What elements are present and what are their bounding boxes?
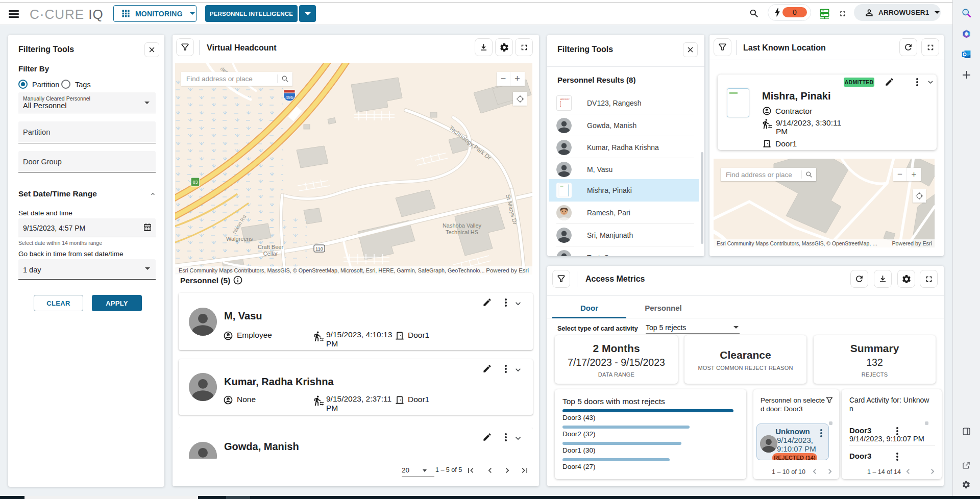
svg-text:ARROW DV: ARROW DV	[560, 98, 570, 100]
svg-text:110: 110	[315, 246, 323, 252]
svg-text:Powered by Esri: Powered by Esri	[486, 267, 529, 273]
svg-text:83: 83	[192, 180, 198, 185]
svg-text:Esri Community Maps Contributo: Esri Community Maps Contributors, MassGI…	[179, 267, 485, 273]
svg-text:Powered by Esri: Powered by Esri	[892, 240, 932, 246]
svg-text:Technical HS: Technical HS	[446, 229, 478, 235]
svg-text:Esri Community Maps Contributo: Esri Community Maps Contributors, MassGI…	[717, 241, 877, 246]
svg-text:495: 495	[285, 94, 293, 100]
svg-text:Cellar: Cellar	[263, 251, 278, 257]
svg-text:Walgreens: Walgreens	[226, 236, 253, 242]
svg-text:Craft Beer: Craft Beer	[258, 244, 283, 250]
svg-text:Nashoba Valley: Nashoba Valley	[443, 222, 482, 229]
